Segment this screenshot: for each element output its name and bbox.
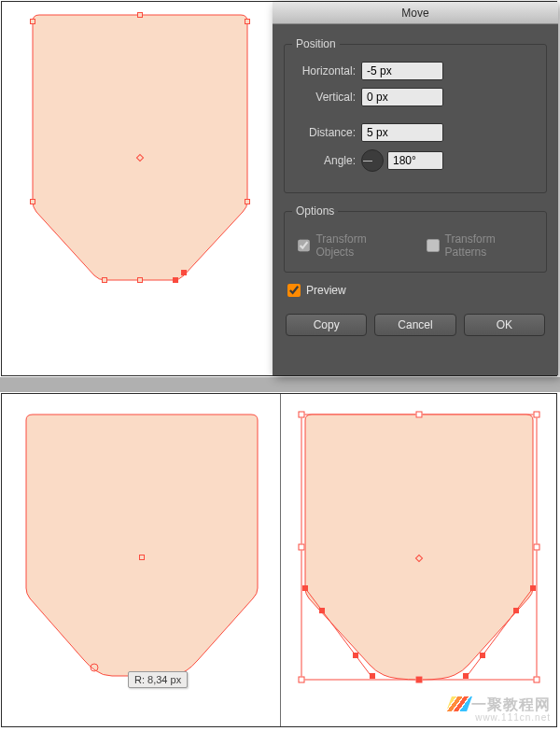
watermark-stripes-icon — [446, 696, 472, 711]
label-horizontal: Horizontal: — [294, 64, 356, 77]
bbox-handle[interactable] — [299, 544, 305, 551]
canvas-top-shape — [2, 2, 270, 375]
bbox-handle[interactable] — [534, 544, 540, 551]
canvas-bottom-right: 一聚教程网 www.111cn.net — [280, 394, 556, 726]
anchor[interactable] — [530, 585, 536, 591]
watermark-brand: 一聚教程网 — [471, 696, 551, 712]
row-horizontal: Horizontal: — [294, 62, 537, 80]
anchor[interactable] — [137, 12, 143, 18]
dialog-body: Position Horizontal: Vertical: Distance:… — [273, 24, 558, 347]
group-position: Position Horizontal: Vertical: Distance:… — [284, 37, 547, 193]
anchor[interactable] — [513, 608, 519, 613]
input-distance[interactable] — [361, 123, 443, 142]
anchor-selected[interactable] — [181, 270, 187, 275]
dialog-buttons: Copy Cancel OK — [284, 314, 547, 336]
anchor[interactable] — [353, 653, 358, 658]
anchor[interactable] — [480, 653, 485, 658]
label-vertical: Vertical: — [294, 91, 356, 104]
chk-transform-patterns-box[interactable] — [427, 239, 439, 252]
corner-radius-handle[interactable] — [91, 664, 99, 672]
chk-transform-patterns[interactable]: Transform Patterns — [427, 232, 537, 259]
anchor[interactable] — [102, 277, 107, 283]
separator-bar — [0, 377, 560, 392]
canvas-bottom-left: R: 8,34 px — [2, 394, 278, 726]
anchor[interactable] — [245, 199, 250, 204]
group-position-legend: Position — [292, 37, 340, 50]
chk-transform-patterns-label: Transform Patterns — [445, 232, 537, 259]
anchor[interactable] — [137, 277, 143, 283]
watermark-url: www.111cn.net — [449, 713, 551, 724]
anchor[interactable] — [245, 19, 250, 24]
ok-button[interactable]: OK — [464, 314, 545, 336]
input-horizontal[interactable] — [361, 62, 443, 80]
chk-preview-label: Preview — [306, 284, 346, 297]
anchor[interactable] — [319, 608, 325, 613]
anchor[interactable] — [302, 585, 308, 591]
anchor[interactable] — [30, 19, 35, 24]
chk-transform-objects-label: Transform Objects — [315, 232, 404, 259]
bbox-handle[interactable] — [299, 677, 305, 683]
copy-button[interactable]: Copy — [286, 314, 367, 336]
row-angle: Angle: — [294, 149, 537, 172]
input-vertical[interactable] — [361, 88, 443, 106]
bbox-handle[interactable] — [299, 412, 305, 418]
row-distance: Distance: — [294, 123, 537, 142]
anchor[interactable] — [30, 199, 35, 204]
label-angle: Angle: — [294, 154, 356, 167]
center-x-mark[interactable] — [139, 555, 145, 560]
bbox-handle[interactable] — [534, 412, 540, 418]
radius-tooltip: R: 8,34 px — [128, 671, 188, 688]
anchor[interactable] — [370, 673, 375, 679]
group-options-legend: Options — [292, 204, 338, 218]
group-options: Options Transform Objects Transform Patt… — [284, 204, 547, 273]
anchor[interactable] — [416, 677, 422, 682]
anchor[interactable] — [463, 673, 469, 679]
shield-shape-1[interactable] — [2, 2, 270, 375]
watermark: 一聚教程网 www.111cn.net — [449, 696, 551, 723]
move-dialog: Move Position Horizontal: Vertical: Dist… — [273, 2, 558, 375]
figure-top: Move Position Horizontal: Vertical: Dist… — [1, 1, 557, 376]
options-row: Transform Objects Transform Patterns — [294, 229, 537, 262]
chk-transform-objects[interactable]: Transform Objects — [298, 232, 404, 259]
dialog-titlebar[interactable]: Move — [273, 2, 558, 24]
bbox-handle[interactable] — [534, 677, 540, 683]
cancel-button[interactable]: Cancel — [374, 314, 455, 336]
row-vertical: Vertical: — [294, 88, 537, 106]
figure-bottom: R: 8,34 px 一聚教程网 — [1, 393, 557, 727]
angle-dial-icon[interactable] — [361, 149, 384, 172]
label-distance: Distance: — [294, 126, 356, 139]
bbox-handle[interactable] — [416, 412, 423, 418]
dialog-title-text: Move — [401, 7, 428, 20]
chk-preview-box[interactable] — [287, 284, 301, 297]
anchor-selected[interactable] — [173, 277, 178, 283]
chk-transform-objects-box[interactable] — [298, 239, 310, 252]
chk-preview[interactable]: Preview — [287, 284, 547, 297]
input-angle[interactable] — [387, 151, 443, 170]
